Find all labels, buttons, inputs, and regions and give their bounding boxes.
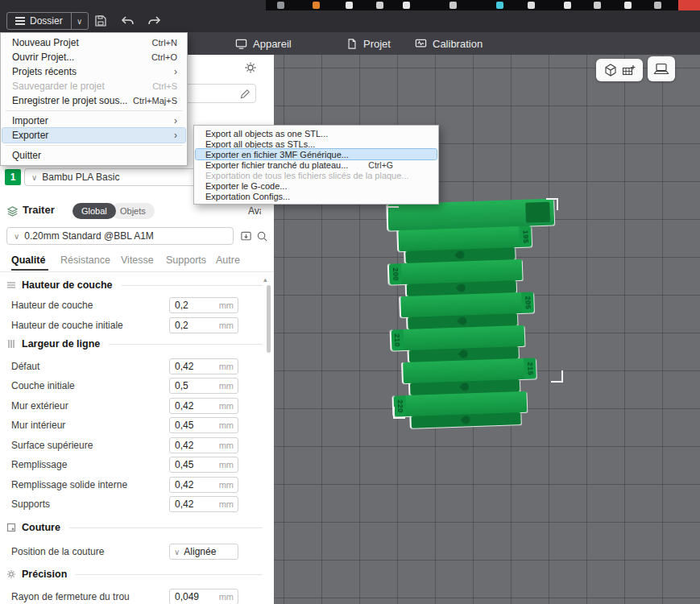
line-width-icon [6,339,16,349]
line-width-first-layer-input[interactable]: 0,5mm [169,378,238,394]
sync-icon [240,230,252,242]
line-width-inner-wall-input[interactable]: 0,45mm [169,417,238,433]
param-row: Supports 0,42mm [11,495,238,513]
scope-global-toggle[interactable]: Global [72,203,116,219]
tower-floor[interactable]: 195 [398,226,521,263]
menu-item-ouvrir-projet[interactable]: Ouvrir Projet...Ctrl+O [1,50,187,64]
tower-floor[interactable]: 215 [403,358,526,395]
submenu-item-export-3mf-generique[interactable]: Exporter en fichier 3MF Générique... [196,149,437,159]
divider [0,271,274,272]
section-header-precision: Précision [6,567,263,581]
printer-settings-button[interactable] [244,61,257,74]
param-label: Mur intérieur [11,420,65,431]
save-button[interactable] [90,12,111,30]
background-window-titlebar [266,0,700,10]
seam-position-select[interactable]: ∨Alignée [169,544,238,560]
bambu-studio-window: Dossier ∨ Appareil [0,0,700,604]
submenu-item-export-one-stl[interactable]: Export all objects as one STL... [194,128,438,139]
export-submenu: Export all objects as one STL... Export … [193,125,439,205]
param-row: Surface supérieure 0,42mm [11,436,238,454]
menu-item-importer[interactable]: Importer› [1,114,187,128]
menu-item-sauvegarder[interactable]: Sauvegarder le projetCtrl+S [1,79,187,93]
background-window-icon [313,2,320,9]
tab-label: Appareil [253,38,292,50]
menu-item-enregistrer-sous[interactable]: Enregistrer le projet sous...Ctrl+Maj+S [1,93,187,108]
initial-layer-height-input[interactable]: 0,2mm [169,317,238,333]
menu-item-nouveau-projet[interactable]: Nouveau ProjetCtrl+N [1,35,187,50]
scrollbar-thumb[interactable] [267,285,271,353]
scrollbar-up-icon[interactable]: ▴ [263,275,267,283]
menu-item-exporter[interactable]: Exporter› [2,128,185,143]
redo-button[interactable] [143,12,164,30]
background-window-icon [376,2,383,9]
selection-bracket [551,370,563,383]
submenu-item-export-stls[interactable]: Export all objects as STLs... [194,139,438,149]
process-title: Traiter [23,204,55,216]
section-header-layer-height: Hauteur de couche [6,278,263,292]
file-menu-button[interactable]: Dossier [6,12,72,30]
document-icon [346,38,358,50]
tower-floor[interactable]: 205 [400,292,524,329]
tower-floor[interactable]: 200 [400,259,523,296]
param-row: Mur extérieur 0,42mm [11,397,238,415]
submenu-item-export-all-sliced[interactable]: Exportation de tous les fichiers slicés … [194,170,438,180]
line-width-infill-input[interactable]: 0,45mm [169,457,238,473]
section-title: Hauteur de couche [22,279,113,291]
scope-objects-toggle[interactable]: Objets [111,203,155,219]
cube-view-icon[interactable] [604,64,617,77]
search-profile-button[interactable] [255,229,269,243]
chevron-down-icon: ∨ [14,232,19,241]
file-menu-label: Dossier [30,15,63,27]
submenu-item-export-sliced-plate[interactable]: Exporter fichier tranché du plateau...Ct… [194,159,438,170]
process-profile-select[interactable]: ∨ 0.20mm Standard @BBL A1M [6,227,234,245]
line-width-support-input[interactable]: 0,42mm [169,496,238,512]
submenu-item-export-gcode[interactable]: Exporter le G-code... [194,180,438,191]
line-width-top-surface-input[interactable]: 0,42mm [169,437,238,453]
layer-height-input[interactable]: 0,2mm [169,297,238,313]
view-mode-button-group[interactable] [596,59,643,81]
sync-profile-button[interactable] [238,229,253,243]
tab-projet[interactable]: Projet [346,32,391,55]
selection-bracket [546,198,558,210]
hole-closing-radius-input[interactable]: 0,049mm [169,589,238,604]
param-tab-qualite[interactable]: Qualité [11,254,45,266]
section-title: Couture [22,522,60,533]
line-width-internal-solid-input[interactable]: 0,42mm [169,477,238,493]
temperature-tower-model[interactable]: 195 200 205 210 215 [387,198,561,429]
param-row: Couche initiale 0,5mm [11,377,238,395]
advanced-toggle-label[interactable]: Avancé [248,205,261,217]
tab-calibration[interactable]: Calibration [415,32,483,55]
section-header-line-width: Largeur de ligne [6,337,263,351]
plate-grid-icon[interactable] [622,64,636,77]
param-row: Remplissage solide interne 0,42mm [11,476,238,494]
section-title: Largeur de ligne [22,338,100,350]
tab-appareil[interactable]: Appareil [235,32,292,55]
edit-icon[interactable] [239,88,251,100]
param-tab-autre[interactable]: Autre [216,254,240,266]
param-label: Hauteur de couche initiale [11,320,123,331]
chevron-down-icon: ∨ [174,548,180,556]
filament-select[interactable]: ∨ Bambu PLA Basic [24,168,200,186]
line-width-outer-wall-input[interactable]: 0,42mm [169,398,238,414]
param-tab-supports[interactable]: Supports [166,254,206,266]
filament-1-chip[interactable]: 1 [5,169,21,185]
save-icon [94,14,107,27]
file-menu-caret-button[interactable]: ∨ [71,12,89,30]
tower-floor[interactable]: 220 [404,391,527,428]
menu-item-projets-recents[interactable]: Projets récents› [1,64,187,79]
param-row: Position de la couture ∨Alignée [11,543,238,561]
close-button[interactable] [678,0,700,10]
line-width-default-input[interactable]: 0,42mm [169,358,238,374]
param-tab-vitesse[interactable]: Vitesse [121,254,154,266]
tower-floor[interactable]: 210 [402,325,525,362]
param-tab-resistance[interactable]: Résistance [60,254,110,266]
precision-gear-icon [6,569,16,579]
submenu-item-export-configs[interactable]: Exportation Configs... [194,191,438,201]
section-header-seam: Couture [6,520,263,535]
auto-orient-button[interactable] [648,56,675,81]
menu-item-quitter[interactable]: Quitter [1,148,187,163]
undo-button[interactable] [118,12,139,30]
param-label: Position de la couture [11,546,104,557]
device-icon [235,38,247,50]
section-title: Précision [22,569,67,580]
